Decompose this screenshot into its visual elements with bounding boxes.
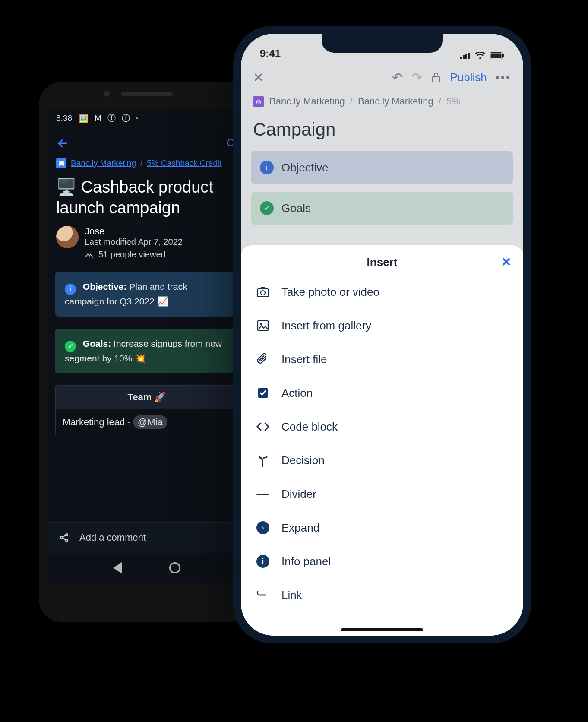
gallery-icon <box>256 318 270 333</box>
item-label: Take photo or video <box>281 285 379 299</box>
android-top-toolbar <box>48 129 245 158</box>
item-label: Code block <box>281 420 338 434</box>
android-screen: 8:38 🖼️ M ⓕ ⓕ • ▣ Banc.ly Marketing / 5%… <box>48 108 245 583</box>
author-name[interactable]: Jose <box>85 226 183 237</box>
svg-point-1 <box>60 537 63 539</box>
team-table: Team 🚀 Marketing lead - @Mia <box>55 385 238 436</box>
view-count[interactable]: 51 people viewed <box>85 250 183 260</box>
iphone-notch <box>322 34 443 53</box>
share-icon[interactable] <box>59 532 70 543</box>
code-icon <box>256 419 270 434</box>
breadcrumb-space-link[interactable]: Banc.ly Marketing <box>71 158 136 168</box>
status-time: 8:38 <box>56 114 72 123</box>
home-indicator[interactable] <box>341 628 423 631</box>
objective-label: Objective: <box>83 282 127 291</box>
item-label: Info panel <box>281 555 331 568</box>
item-label: Insert file <box>281 353 327 366</box>
svg-point-3 <box>66 539 68 542</box>
author-block: Jose Last modified Apr 7, 2022 51 people… <box>48 226 245 260</box>
table-row[interactable]: Marketing lead - @Mia <box>56 409 238 436</box>
insert-sheet: Insert ✕ Take photo or video Insert from… <box>241 245 523 636</box>
action-icon <box>256 386 270 400</box>
insert-link[interactable]: Link <box>241 578 523 612</box>
comment-bar[interactable]: Add a comment <box>48 522 245 553</box>
expand-icon: › <box>256 520 270 535</box>
sheet-title: Insert ✕ <box>241 245 523 275</box>
space-icon: ▣ <box>56 158 66 168</box>
info-panel-icon: i <box>256 554 270 569</box>
iphone-screen: 9:41 ✕ ↶ ↷ Publish ••• ◎ Banc.ly Marketi… <box>241 34 523 636</box>
item-label: Expand <box>281 521 319 535</box>
breadcrumb-separator: / <box>140 158 142 168</box>
view-count-text: 51 people viewed <box>98 250 166 260</box>
item-label: Divider <box>281 488 316 501</box>
insert-divider[interactable]: Divider <box>241 477 523 511</box>
svg-rect-12 <box>257 289 269 297</box>
goals-panel[interactable]: ✓ Goals: Increase signups from new segme… <box>55 329 238 374</box>
android-status-bar: 8:38 🖼️ M ⓕ ⓕ • <box>48 108 245 129</box>
breadcrumb: ▣ Banc.ly Marketing / 5% Cashback Credit <box>48 158 245 174</box>
iphone-frame: 9:41 ✕ ↶ ↷ Publish ••• ◎ Banc.ly Marketi… <box>233 26 531 643</box>
link-icon <box>256 588 270 602</box>
insert-info-panel[interactable]: i Info panel <box>241 545 523 578</box>
check-icon: ✓ <box>65 341 76 352</box>
android-back-nav[interactable] <box>113 562 122 573</box>
item-label: Link <box>281 589 302 602</box>
status-image-icon: 🖼️ <box>78 114 89 124</box>
android-speaker <box>121 92 173 96</box>
insert-decision[interactable]: Decision <box>241 443 523 477</box>
insert-action[interactable]: Action <box>241 376 523 410</box>
goals-label: Goals: <box>83 339 111 348</box>
item-label: Decision <box>281 454 325 467</box>
svg-point-13 <box>261 291 265 295</box>
insert-code-block[interactable]: Code block <box>241 410 523 443</box>
status-facebook-icon: ⓕ <box>107 113 116 124</box>
breadcrumb-page-link[interactable]: 5% Cashback Credit <box>147 158 221 168</box>
insert-take-photo[interactable]: Take photo or video <box>241 275 523 309</box>
android-home-nav[interactable] <box>169 562 180 573</box>
divider-icon <box>256 487 270 501</box>
item-label: Action <box>281 386 313 400</box>
info-icon: i <box>65 284 76 295</box>
comment-placeholder[interactable]: Add a comment <box>79 532 146 543</box>
last-modified: Last modified Apr 7, 2022 <box>85 237 183 247</box>
svg-point-15 <box>260 323 262 325</box>
insert-file[interactable]: Insert file <box>241 342 523 376</box>
table-header: Team 🚀 <box>56 386 238 409</box>
svg-rect-14 <box>258 320 268 331</box>
svg-point-2 <box>66 534 68 536</box>
back-button[interactable] <box>56 137 69 150</box>
decision-icon <box>256 453 270 468</box>
user-mention[interactable]: @Mia <box>133 415 167 429</box>
camera-icon <box>256 285 270 299</box>
android-camera <box>104 91 110 97</box>
android-phone-frame: 8:38 🖼️ M ⓕ ⓕ • ▣ Banc.ly Marketing / 5%… <box>39 82 255 622</box>
status-messenger-icon: ⓕ <box>122 113 130 124</box>
row-text: Marketing lead - <box>63 417 133 428</box>
objective-panel[interactable]: i Objective: Plan and track campaign for… <box>55 272 238 317</box>
attachment-icon <box>256 352 270 367</box>
item-label: Insert from gallery <box>281 319 371 332</box>
sheet-close-button[interactable]: ✕ <box>501 255 511 269</box>
page-title: 🖥️ Cashback product launch campaign <box>48 174 245 226</box>
status-more-icon: • <box>136 115 138 122</box>
android-nav-bar <box>48 553 245 583</box>
insert-expand[interactable]: › Expand <box>241 511 523 545</box>
insert-from-gallery[interactable]: Insert from gallery <box>241 309 523 342</box>
status-gmail-icon: M <box>95 114 101 123</box>
svg-rect-17 <box>256 494 269 495</box>
viewers-icon <box>85 250 94 260</box>
avatar[interactable] <box>56 226 79 248</box>
